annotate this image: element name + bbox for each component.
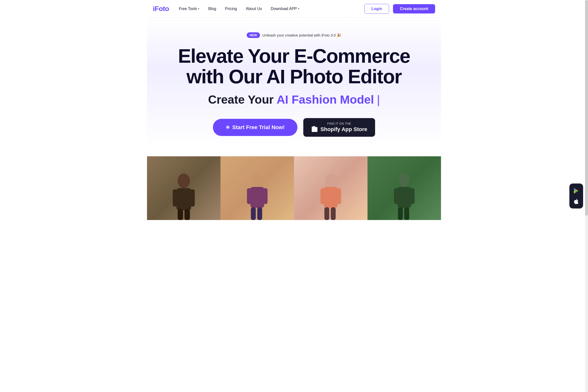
nav-about[interactable]: About Us <box>246 6 262 11</box>
nav-blog[interactable]: Blog <box>208 6 216 11</box>
shopify-app-store-button[interactable]: FIND IT ON THE Shopify App Store <box>303 118 375 137</box>
showcase-image-4 <box>368 156 441 220</box>
svg-rect-0 <box>313 129 316 130</box>
svg-rect-30 <box>404 207 409 220</box>
showcase-image-3 <box>294 156 368 220</box>
text-cursor: | <box>377 93 380 106</box>
svg-rect-24 <box>331 207 336 220</box>
find-it-label: FIND IT ON THE <box>327 122 351 126</box>
svg-rect-26 <box>398 187 411 208</box>
svg-point-25 <box>399 174 410 187</box>
person-figure-3 <box>316 171 346 220</box>
cta-row: ✳ Start Free Trial Now! FIND IT ON THE S… <box>157 118 431 137</box>
svg-rect-28 <box>410 188 414 204</box>
svg-rect-27 <box>394 188 398 204</box>
hero-section: NEW Unleash your creative potential with… <box>147 18 441 146</box>
login-button[interactable]: Login <box>364 4 389 14</box>
svg-rect-23 <box>324 207 329 220</box>
svg-rect-1 <box>313 130 315 130</box>
svg-rect-14 <box>250 187 264 208</box>
svg-rect-17 <box>251 207 256 220</box>
svg-rect-18 <box>257 207 262 220</box>
person-figure-1 <box>169 171 198 220</box>
announcement-banner[interactable]: NEW Unleash your creative potential with… <box>157 32 431 38</box>
svg-rect-12 <box>184 209 190 220</box>
svg-point-7 <box>178 174 190 188</box>
svg-rect-9 <box>173 190 178 206</box>
chevron-down-icon-2: ▾ <box>298 7 300 10</box>
svg-point-13 <box>252 174 263 187</box>
navbar: iFoto Free Tools ▾ Blog Pricing About Us… <box>147 0 441 18</box>
svg-rect-21 <box>320 188 325 204</box>
hero-title: Elevate Your E-Commerce with Our AI Phot… <box>157 46 431 87</box>
svg-rect-22 <box>337 188 341 204</box>
chevron-down-icon: ▾ <box>198 7 200 10</box>
shopify-label-row: Shopify App Store <box>311 126 367 133</box>
person-figure-4 <box>390 171 419 220</box>
svg-rect-10 <box>190 190 195 206</box>
person-figure-2 <box>242 171 272 220</box>
showcase-images <box>147 156 441 220</box>
showcase-image-2 <box>220 156 294 220</box>
svg-rect-15 <box>247 188 251 204</box>
logo[interactable]: iFoto <box>153 5 169 13</box>
nav-links: Free Tools ▾ Blog Pricing About Us Downl… <box>179 6 364 11</box>
magic-icon: ✳ <box>226 124 230 130</box>
hero-subtitle: Create Your AI Fashion Model | <box>157 93 431 106</box>
svg-rect-16 <box>263 188 268 204</box>
create-account-button[interactable]: Create account <box>393 4 435 14</box>
announcement-text: Unleash your creative potential with iFo… <box>262 33 342 38</box>
nav-free-tools[interactable]: Free Tools ▾ <box>179 6 200 11</box>
nav-actions: Login Create account <box>364 4 435 14</box>
new-badge: NEW <box>247 32 260 38</box>
svg-point-19 <box>325 174 336 187</box>
start-trial-button[interactable]: ✳ Start Free Trial Now! <box>213 119 298 136</box>
showcase-image-1 <box>147 156 220 220</box>
svg-rect-20 <box>324 187 338 208</box>
svg-rect-8 <box>176 188 191 210</box>
shopify-icon <box>311 126 318 133</box>
svg-rect-11 <box>178 209 183 220</box>
hero-subtitle-accent: AI Fashion Model <box>276 93 374 106</box>
nav-download-app[interactable]: Download APP ▾ <box>271 6 300 11</box>
nav-pricing[interactable]: Pricing <box>225 6 237 11</box>
svg-rect-29 <box>398 207 403 220</box>
